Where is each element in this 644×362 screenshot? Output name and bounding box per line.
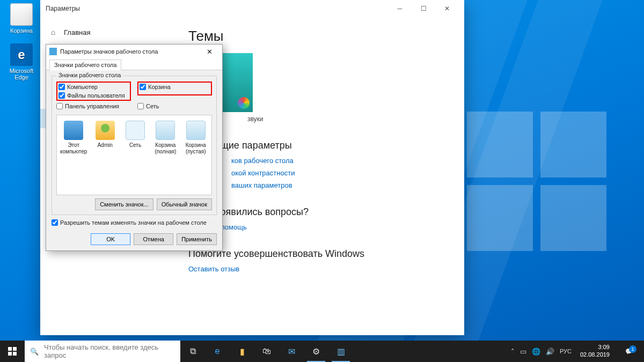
desktop-icon-edge[interactable]: e Microsoft Edge xyxy=(3,43,40,80)
check-recycle-bin[interactable]: Корзина xyxy=(140,84,210,90)
checkbox[interactable] xyxy=(58,92,65,99)
search-icon: 🔍 xyxy=(30,348,39,356)
tray-language[interactable]: РУС xyxy=(560,348,572,354)
home-icon: ⌂ xyxy=(49,28,57,36)
ok-button[interactable]: OK xyxy=(91,233,130,245)
link-sync-settings[interactable]: ваших параметров xyxy=(188,181,450,189)
checkbox[interactable] xyxy=(140,84,146,90)
recycle-bin-icon xyxy=(10,3,33,26)
checkbox-group: Значки рабочего стола Компьютер Файлы по… xyxy=(52,76,217,215)
taskbar-dialog[interactable]: ▥ xyxy=(328,341,353,362)
apply-button[interactable]: Применить xyxy=(177,233,217,245)
tray-battery-icon[interactable]: ▭ xyxy=(520,348,526,356)
link-feedback[interactable]: Оставить отзыв xyxy=(188,265,450,273)
dialog-titlebar[interactable]: Параметры значков рабочего стола ✕ xyxy=(46,45,222,58)
desktop-icon-label: Корзина xyxy=(10,27,33,34)
taskbar-explorer[interactable]: ▮ xyxy=(230,341,254,362)
preview-icon-label: Корзина (пустая) xyxy=(184,142,208,155)
cancel-button[interactable]: Отмена xyxy=(134,233,173,245)
sounds-fragment: звуки xyxy=(188,115,450,123)
sidebar-item-label: Главная xyxy=(64,28,90,36)
settings-titlebar[interactable]: Параметры ─ ☐ ✕ xyxy=(40,0,464,17)
windows-logo xyxy=(467,112,606,251)
windows-icon xyxy=(8,347,17,356)
dialog-icon xyxy=(49,48,57,55)
action-center-button[interactable]: 💬 1 xyxy=(618,348,640,355)
link-desktop-icons[interactable]: ков рабочего стола xyxy=(188,157,450,165)
tab-desktop-icons[interactable]: Значки рабочего стола xyxy=(49,60,121,70)
icon-preview-list[interactable]: Этот компьютерAdminСетьКорзина (полная)К… xyxy=(56,115,212,195)
checkbox[interactable] xyxy=(137,103,144,109)
system-tray: ˄ ▭ 🌐 🔊 РУС 3:09 02.08.2019 💬 1 xyxy=(507,344,644,359)
close-button[interactable]: ✕ xyxy=(435,0,459,17)
checkbox[interactable] xyxy=(58,84,65,90)
check-computer[interactable]: Компьютер xyxy=(58,84,129,90)
check-control-panel[interactable]: Панель управления xyxy=(56,103,131,109)
icon-preview-item[interactable]: Корзина (пустая) xyxy=(184,121,208,155)
check-network[interactable]: Сеть xyxy=(137,103,212,109)
taskbar-mail[interactable]: ✉ xyxy=(279,341,304,362)
help-heading: У вас появились вопросы? xyxy=(188,206,450,218)
tray-volume-icon[interactable]: 🔊 xyxy=(546,348,554,356)
edge-icon: e xyxy=(10,43,33,66)
desktop-icon-recycle-bin[interactable]: Корзина xyxy=(3,3,40,34)
check-allow-themes[interactable]: Разрешить темам изменять значки на рабоч… xyxy=(52,219,217,226)
tray-chevron-icon[interactable]: ˄ xyxy=(511,348,515,356)
group-label: Значки рабочего стола xyxy=(56,72,123,78)
desktop-icons-dialog: Параметры значков рабочего стола ✕ Значк… xyxy=(46,44,223,251)
page-title: Темы xyxy=(188,28,450,45)
preview-icon xyxy=(64,121,83,140)
taskbar-clock[interactable]: 3:09 02.08.2019 xyxy=(577,344,613,359)
search-placeholder: Чтобы начать поиск, введите здесь запрос xyxy=(44,343,175,359)
desktop-icon-label: Microsoft Edge xyxy=(10,68,34,80)
taskbar-store[interactable]: 🛍 xyxy=(254,341,279,362)
taskbar-search[interactable]: 🔍 Чтобы начать поиск, введите здесь запр… xyxy=(25,341,180,362)
settings-title: Параметры xyxy=(46,5,80,12)
dialog-close-button[interactable]: ✕ xyxy=(200,46,219,57)
preview-icon-label: Этот компьютер xyxy=(60,142,87,155)
dialog-tabstrip: Значки рабочего стола xyxy=(46,58,222,70)
taskbar-time: 3:09 xyxy=(580,344,610,351)
notification-badge: 1 xyxy=(629,345,636,353)
icon-preview-item[interactable]: Корзина (полная) xyxy=(153,121,178,155)
preview-icon-label: Сеть xyxy=(123,142,148,149)
tray-network-icon[interactable]: 🌐 xyxy=(532,348,540,356)
minimize-button[interactable]: ─ xyxy=(388,0,412,17)
dialog-title: Параметры значков рабочего стола xyxy=(60,48,158,55)
related-heading: щие параметры xyxy=(188,140,450,151)
taskbar-settings[interactable]: ⚙ xyxy=(304,341,328,362)
preview-icon xyxy=(126,121,145,140)
improve-heading: Помогите усовершенствовать Windows xyxy=(188,248,450,260)
preview-icon xyxy=(156,121,175,140)
link-high-contrast[interactable]: окой контрастности xyxy=(188,169,450,177)
preview-icon-label: Корзина (полная) xyxy=(153,142,178,155)
check-user-files[interactable]: Файлы пользователя xyxy=(58,92,129,99)
preview-icon-label: Admin xyxy=(92,142,117,149)
taskbar: 🔍 Чтобы начать поиск, введите здесь запр… xyxy=(0,341,644,362)
start-button[interactable] xyxy=(0,341,25,362)
icon-preview-item[interactable]: Admin xyxy=(92,121,117,149)
checkbox[interactable] xyxy=(56,103,63,109)
task-view-button[interactable]: ⧉ xyxy=(180,341,205,362)
icon-preview-item[interactable]: Этот компьютер xyxy=(60,121,87,155)
change-icon-button[interactable]: Сменить значок... xyxy=(95,198,153,210)
maximize-button[interactable]: ☐ xyxy=(412,0,435,17)
default-icon-button[interactable]: Обычный значок xyxy=(157,198,212,210)
icon-preview-item[interactable]: Сеть xyxy=(123,121,148,149)
link-get-help[interactable]: Получить помощь xyxy=(188,223,450,231)
taskbar-date: 02.08.2019 xyxy=(580,351,610,359)
taskbar-edge[interactable]: e xyxy=(205,341,230,362)
preview-icon xyxy=(96,121,115,140)
checkbox[interactable] xyxy=(52,219,58,226)
sidebar-home[interactable]: ⌂ Главная xyxy=(40,23,174,42)
preview-icon xyxy=(186,121,206,140)
